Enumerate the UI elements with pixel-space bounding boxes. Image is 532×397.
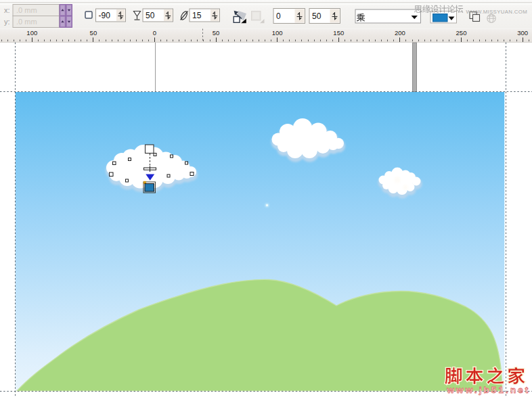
svg-text:15: 15 bbox=[192, 11, 202, 20]
svg-text:300: 300 bbox=[517, 29, 528, 37]
svg-text:50: 50 bbox=[90, 29, 97, 37]
svg-text:.0 mm: .0 mm bbox=[16, 18, 37, 26]
svg-text:0: 0 bbox=[276, 11, 281, 21]
svg-text:100: 100 bbox=[26, 29, 37, 37]
svg-text:150: 150 bbox=[333, 29, 344, 37]
svg-text:50: 50 bbox=[312, 11, 322, 21]
svg-text:.0 mm: .0 mm bbox=[16, 6, 37, 14]
svg-text:-90: -90 bbox=[99, 11, 111, 20]
svg-text:200: 200 bbox=[395, 29, 405, 37]
svg-text:250: 250 bbox=[456, 29, 467, 37]
svg-text:50: 50 bbox=[146, 11, 155, 20]
svg-text:50: 50 bbox=[213, 29, 220, 37]
svg-text:y:: y: bbox=[4, 18, 10, 26]
svg-text:100: 100 bbox=[272, 29, 283, 37]
svg-text:0: 0 bbox=[153, 29, 156, 37]
svg-text:x:: x: bbox=[4, 6, 10, 14]
svg-text:WWW.MISSYUAN.COM: WWW.MISSYUAN.COM bbox=[466, 9, 528, 15]
svg-text:www.jb51.net: www.jb51.net bbox=[447, 385, 531, 395]
